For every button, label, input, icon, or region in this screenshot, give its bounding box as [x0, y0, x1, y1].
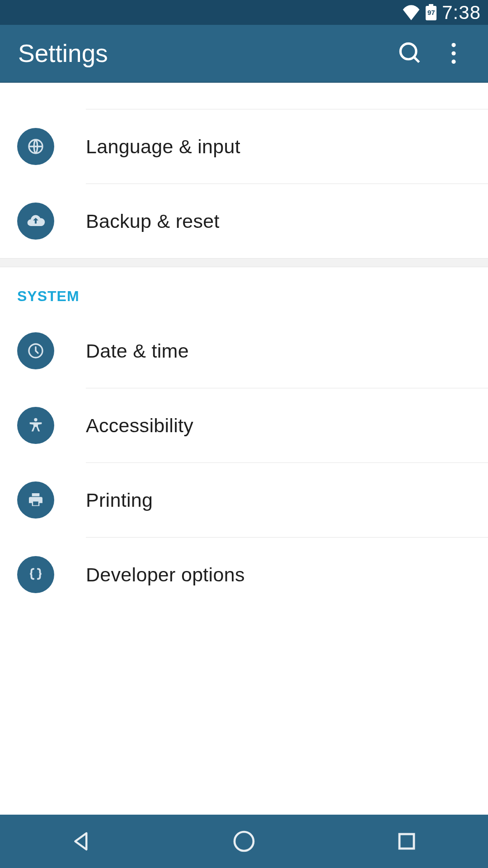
battery-icon: 97 — [426, 5, 436, 20]
status-clock: 7:38 — [442, 2, 481, 24]
more-vert-icon — [451, 43, 456, 64]
back-button[interactable] — [41, 815, 122, 868]
settings-item-label: Date & time — [86, 340, 189, 362]
svg-point-5 — [34, 418, 37, 421]
overflow-button[interactable] — [432, 32, 475, 75]
battery-percent: 97 — [426, 5, 436, 20]
status-bar: 97 7:38 — [0, 0, 488, 25]
settings-item-language-input[interactable]: Language & input — [0, 109, 488, 184]
accessibility-icon — [17, 407, 54, 444]
settings-item-printing[interactable]: Printing — [0, 463, 488, 537]
page-title: Settings — [18, 39, 389, 68]
recents-button[interactable] — [366, 815, 447, 868]
clock-icon — [17, 332, 54, 369]
printer-icon — [17, 481, 54, 519]
home-icon — [231, 829, 257, 854]
section-header-system: SYSTEM — [0, 267, 488, 314]
navigation-bar — [0, 815, 488, 868]
settings-item-label: Language & input — [86, 136, 240, 158]
settings-list[interactable]: Language & input Backup & reset SYSTEM D… — [0, 83, 488, 815]
braces-icon — [17, 556, 54, 593]
home-button[interactable] — [203, 815, 285, 868]
settings-item-accessibility[interactable]: Accessibility — [0, 388, 488, 462]
back-icon — [69, 829, 94, 854]
app-bar: Settings — [0, 25, 488, 83]
svg-point-7 — [235, 832, 253, 851]
search-button[interactable] — [389, 32, 432, 75]
globe-icon — [17, 128, 54, 165]
svg-rect-6 — [33, 501, 38, 505]
search-icon — [399, 42, 422, 65]
settings-item-label: Developer options — [86, 564, 245, 586]
settings-item-label: Printing — [86, 489, 153, 511]
settings-item-developer-options[interactable]: Developer options — [0, 538, 488, 612]
settings-item-date-time[interactable]: Date & time — [0, 314, 488, 388]
svg-point-1 — [451, 51, 455, 55]
settings-item-label: Backup & reset — [86, 210, 220, 232]
svg-point-0 — [451, 43, 455, 47]
settings-item-label: Accessibility — [86, 415, 193, 437]
wifi-icon — [402, 5, 420, 20]
svg-rect-8 — [399, 834, 414, 849]
cloud-upload-icon — [17, 203, 54, 240]
section-divider — [0, 258, 488, 267]
recents-icon — [396, 830, 418, 852]
svg-point-2 — [451, 60, 455, 64]
list-item[interactable] — [0, 83, 488, 91]
settings-item-backup-reset[interactable]: Backup & reset — [0, 184, 488, 258]
